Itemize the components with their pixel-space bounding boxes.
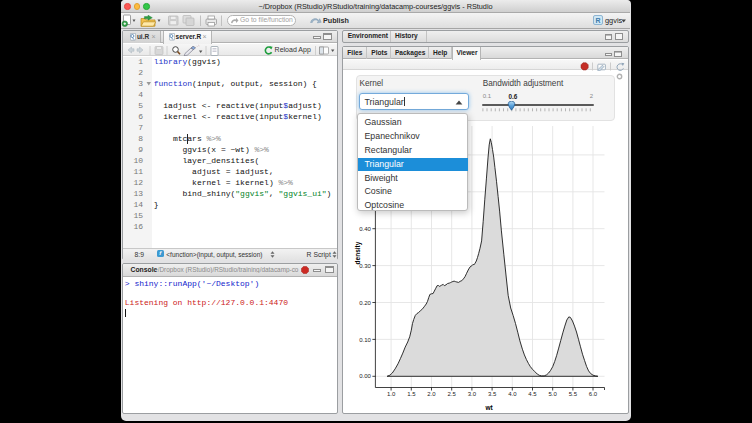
svg-text:0.20: 0.20	[359, 300, 371, 306]
svg-text:0.30: 0.30	[359, 263, 371, 269]
svg-text:3.5: 3.5	[488, 391, 497, 397]
svg-text:2.5: 2.5	[448, 391, 457, 397]
svg-text:wt: wt	[484, 404, 493, 411]
svg-text:5.5: 5.5	[569, 391, 578, 397]
svg-text:1.0: 1.0	[387, 391, 396, 397]
svg-text:0.10: 0.10	[359, 337, 371, 343]
svg-text:0.40: 0.40	[359, 226, 371, 232]
svg-text:6.0: 6.0	[589, 391, 598, 397]
svg-text:R: R	[595, 16, 600, 23]
svg-text:3.0: 3.0	[468, 391, 477, 397]
svg-text:4.5: 4.5	[528, 391, 537, 397]
svg-text:density: density	[354, 241, 362, 264]
svg-text:1.5: 1.5	[407, 391, 416, 397]
svg-text:0.00: 0.00	[359, 373, 371, 379]
svg-text:4.0: 4.0	[508, 391, 517, 397]
svg-text:2.0: 2.0	[427, 391, 436, 397]
svg-text:5.0: 5.0	[549, 391, 558, 397]
